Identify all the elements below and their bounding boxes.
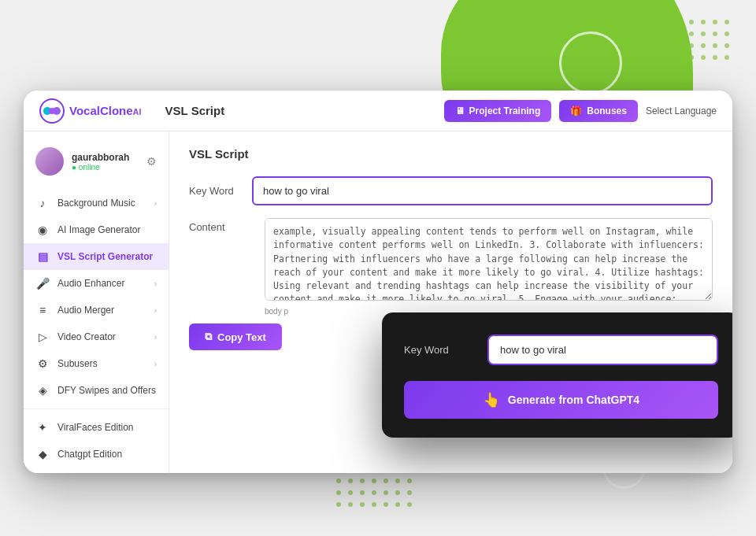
chevron-right-icon: › bbox=[154, 306, 157, 315]
svg-point-39 bbox=[360, 502, 365, 507]
avatar bbox=[35, 147, 64, 176]
logo-text: VocalCloneAI bbox=[69, 104, 142, 117]
sidebar-item-audio-merger[interactable]: ≡ Audio Merger › bbox=[24, 297, 169, 323]
svg-point-4 bbox=[689, 31, 694, 36]
page-title: VSL Script bbox=[189, 147, 713, 161]
svg-point-5 bbox=[701, 31, 706, 36]
sidebar: gaurabborah ● online ⚙ ♪ Background Musi… bbox=[24, 131, 169, 473]
svg-point-34 bbox=[384, 490, 388, 495]
svg-point-14 bbox=[713, 55, 717, 60]
popup-card: Key Word 👆 Generate from ChatGPT4 bbox=[382, 312, 732, 438]
header-title: VSL Script bbox=[165, 104, 444, 117]
svg-point-30 bbox=[336, 490, 341, 495]
sidebar-item-label: Video Creator bbox=[57, 331, 146, 342]
svg-point-2 bbox=[713, 20, 717, 24]
monitor-icon: 🖥 bbox=[455, 105, 465, 116]
svg-point-15 bbox=[724, 55, 729, 60]
main-content: VSL Script Key Word Content example, vis… bbox=[169, 131, 732, 473]
sidebar-item-audio-enhancer[interactable]: 🎤 Audio Enhancer › bbox=[24, 270, 169, 297]
svg-point-47 bbox=[49, 108, 55, 114]
sidebar-item-background-music[interactable]: ♪ Background Music › bbox=[24, 190, 169, 216]
svg-point-6 bbox=[713, 31, 717, 36]
sidebar-item-chatgpt[interactable]: ◆ Chatgpt Edition bbox=[24, 441, 169, 468]
chevron-right-icon: › bbox=[154, 199, 157, 208]
svg-point-38 bbox=[348, 502, 353, 507]
svg-point-26 bbox=[372, 479, 376, 483]
music-icon: ♪ bbox=[35, 197, 50, 209]
username: gaurabborah bbox=[72, 152, 139, 163]
logo: VocalCloneAI bbox=[39, 98, 142, 124]
bonuses-button[interactable]: 🎁 Bonuses bbox=[559, 100, 638, 122]
chevron-right-icon: › bbox=[154, 360, 157, 368]
svg-point-29 bbox=[407, 479, 412, 483]
user-profile: gaurabborah ● online ⚙ bbox=[24, 139, 169, 183]
content-area: Content example, visually appealing cont… bbox=[189, 218, 713, 316]
microphone-icon: 🎤 bbox=[35, 277, 50, 290]
keyword-label: Key Word bbox=[189, 185, 252, 197]
app-header: VocalCloneAI VSL Script 🖥 Project Traini… bbox=[24, 91, 732, 131]
svg-point-8 bbox=[689, 43, 694, 48]
svg-point-7 bbox=[724, 31, 729, 36]
svg-point-0 bbox=[689, 20, 694, 24]
select-language-button[interactable]: Select Language bbox=[646, 105, 717, 116]
sidebar-item-label: Chatgpt Edition bbox=[57, 449, 157, 460]
popup-keyword-input[interactable] bbox=[487, 335, 718, 365]
gift-icon: 🎁 bbox=[570, 105, 582, 116]
sidebar-item-label: AI Image Generator bbox=[57, 224, 157, 235]
sidebar-item-label: Subusers bbox=[57, 358, 146, 369]
generate-button[interactable]: 👆 Generate from ChatGPT4 bbox=[404, 381, 718, 419]
copy-icon: ⧉ bbox=[205, 331, 212, 343]
textarea-wrapper: example, visually appealing content tend… bbox=[265, 218, 713, 316]
svg-point-13 bbox=[701, 55, 706, 60]
svg-point-24 bbox=[348, 479, 353, 483]
sidebar-item-label: VSL Script Generator bbox=[57, 251, 157, 262]
user-status: ● online bbox=[72, 163, 139, 172]
svg-point-27 bbox=[384, 479, 388, 483]
star-icon: ✦ bbox=[35, 421, 50, 434]
header-buttons: 🖥 Project Training 🎁 Bonuses Select Lang… bbox=[444, 100, 717, 122]
copy-text-button[interactable]: ⧉ Copy Text bbox=[189, 323, 282, 350]
svg-point-32 bbox=[360, 490, 365, 495]
svg-point-1 bbox=[701, 20, 706, 24]
content-label: Content bbox=[189, 218, 252, 316]
sidebar-item-label: Background Music bbox=[57, 198, 146, 209]
device-card: VocalCloneAI VSL Script 🖥 Project Traini… bbox=[24, 91, 732, 473]
user-info: gaurabborah ● online bbox=[72, 152, 139, 172]
svg-point-11 bbox=[724, 43, 729, 48]
sidebar-item-viralfaces[interactable]: ✦ ViralFaces Edition bbox=[24, 414, 169, 441]
hand-icon: 👆 bbox=[483, 391, 500, 408]
svg-point-42 bbox=[395, 502, 400, 507]
svg-point-35 bbox=[395, 490, 400, 495]
merge-icon: ≡ bbox=[35, 304, 50, 316]
svg-point-23 bbox=[336, 479, 341, 483]
sidebar-item-vsl-script-generator[interactable]: ▤ VSL Script Generator bbox=[24, 243, 169, 270]
sidebar-item-label: Audio Merger bbox=[57, 305, 146, 316]
video-icon: ▷ bbox=[35, 331, 50, 343]
svg-point-3 bbox=[724, 20, 729, 24]
svg-point-9 bbox=[701, 43, 706, 48]
sidebar-item-ai-image-generator[interactable]: ◉ AI Image Generator bbox=[24, 216, 169, 243]
sidebar-item-video-creator[interactable]: ▷ Video Creator › bbox=[24, 323, 169, 350]
logo-icon bbox=[39, 98, 65, 124]
project-training-button[interactable]: 🖥 Project Training bbox=[444, 100, 552, 122]
sidebar-item-label: ViralFaces Edition bbox=[57, 422, 157, 433]
sidebar-divider bbox=[24, 408, 169, 409]
sidebar-item-subusers[interactable]: ⚙ Subusers › bbox=[24, 350, 169, 377]
svg-point-25 bbox=[360, 479, 365, 483]
svg-point-41 bbox=[384, 502, 388, 507]
gear-icon[interactable]: ⚙ bbox=[146, 155, 157, 168]
script-icon: ▤ bbox=[35, 250, 50, 263]
keyword-row: Key Word bbox=[189, 176, 713, 205]
sidebar-item-label: Audio Enhancer bbox=[57, 278, 146, 289]
chatgpt-icon: ◆ bbox=[35, 448, 50, 460]
svg-point-10 bbox=[713, 43, 717, 48]
popup-keyword-row: Key Word bbox=[404, 335, 718, 365]
svg-point-36 bbox=[407, 490, 412, 495]
users-icon: ⚙ bbox=[35, 357, 50, 370]
popup-keyword-label: Key Word bbox=[404, 344, 475, 356]
svg-point-37 bbox=[336, 502, 341, 507]
sidebar-item-label: DFY Swipes and Offers bbox=[57, 385, 157, 396]
keyword-input[interactable] bbox=[252, 176, 713, 205]
content-textarea[interactable]: example, visually appealing content tend… bbox=[265, 218, 713, 301]
sidebar-item-dfy-swipes[interactable]: ◈ DFY Swipes and Offers bbox=[24, 377, 169, 404]
